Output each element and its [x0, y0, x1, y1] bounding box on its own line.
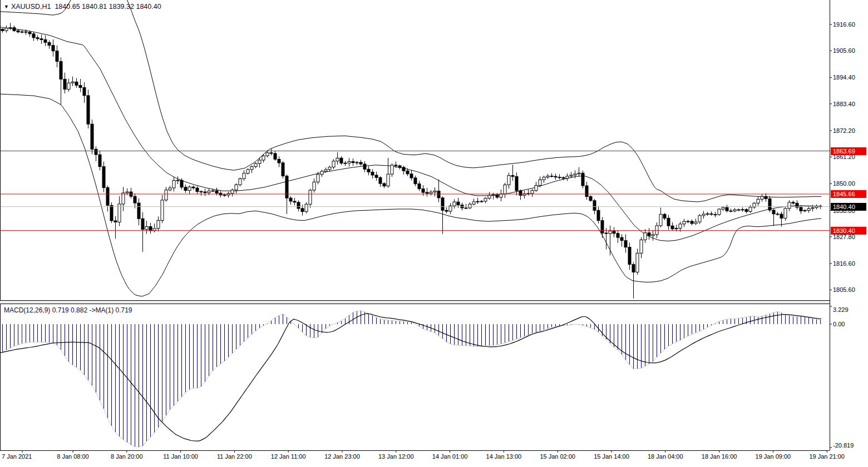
candle-body: [542, 177, 545, 180]
candle-body: [663, 214, 666, 218]
macd-main-line: [3, 311, 821, 447]
candle-body: [48, 42, 51, 45]
candle-body: [324, 170, 327, 171]
candle-body: [441, 198, 444, 210]
candle-body: [500, 194, 502, 197]
candle-body: [172, 181, 175, 188]
candle-body: [317, 175, 319, 182]
candle-body: [784, 208, 787, 218]
candle-body: [266, 153, 269, 156]
candle-body: [289, 198, 292, 201]
candle-body: [106, 187, 109, 205]
candle-body: [714, 215, 717, 215]
candle-body: [356, 162, 358, 163]
candle-body: [250, 167, 253, 170]
candle-body: [811, 208, 814, 209]
candle-body: [344, 163, 347, 163]
candle-body: [570, 175, 573, 176]
candle-body: [371, 172, 374, 176]
candle-body: [83, 88, 86, 96]
candle-body: [745, 210, 748, 212]
candle-body: [137, 203, 140, 218]
candle-body: [426, 192, 428, 193]
candle-body: [418, 184, 421, 189]
panel-divider[interactable]: [0, 301, 830, 304]
candle-body: [375, 175, 378, 177]
candle-body: [102, 167, 105, 188]
candle-body: [472, 202, 475, 204]
candle-body: [9, 28, 12, 28]
candle-body: [114, 221, 117, 222]
candle-body: [367, 169, 370, 172]
candle-body: [546, 176, 549, 177]
candle-body: [211, 191, 214, 191]
candle-body: [566, 176, 569, 178]
candle-body: [535, 186, 537, 191]
candle-body: [387, 174, 389, 186]
candle-body: [204, 192, 206, 193]
candle-body: [278, 160, 280, 163]
candle-body: [550, 176, 553, 177]
candle-body: [468, 204, 471, 208]
candle-body: [363, 164, 366, 169]
candle-body: [453, 202, 456, 206]
candle-body: [768, 198, 771, 210]
candle-body: [328, 167, 331, 170]
candle-body: [235, 185, 238, 190]
candle-body: [706, 213, 709, 214]
candle-body: [437, 191, 440, 198]
bollinger-upper-band: [0, 0, 821, 202]
candle-body: [765, 196, 767, 198]
candle-body: [126, 192, 129, 193]
candle-body: [60, 62, 62, 80]
candle-body: [511, 176, 514, 177]
candle-body: [628, 247, 631, 265]
candle-body: [239, 179, 241, 185]
candle-body: [215, 191, 218, 193]
candle-body: [52, 46, 55, 51]
candle-body: [414, 178, 417, 184]
candle-body: [98, 155, 101, 167]
candle-body: [698, 216, 701, 222]
candle-body: [539, 180, 541, 185]
candle-body: [95, 149, 97, 155]
candle-body: [282, 163, 284, 176]
candle-body: [270, 153, 273, 153]
candle-body: [457, 202, 460, 205]
candle-body: [149, 227, 152, 231]
candle-body: [24, 32, 27, 32]
candle-body: [593, 201, 596, 211]
candle-body: [761, 196, 763, 199]
candle-body: [562, 177, 565, 178]
candle-body: [180, 180, 183, 187]
candle-body: [585, 186, 588, 196]
candle-body: [134, 196, 136, 203]
candle-body: [188, 187, 191, 191]
candle-body: [515, 177, 518, 191]
candle-body: [667, 218, 670, 226]
candle-body: [578, 173, 580, 174]
candle-body: [484, 198, 487, 202]
candle-body: [75, 82, 78, 85]
candle-body: [581, 173, 584, 186]
candle-body: [776, 214, 779, 215]
candle-body: [613, 231, 615, 234]
candle-body: [200, 192, 203, 192]
candle-body: [246, 170, 249, 173]
candle-body: [788, 202, 791, 208]
candle-body: [398, 166, 401, 167]
candle-body: [274, 153, 277, 159]
candle-body: [445, 210, 448, 211]
candle-body: [617, 234, 619, 237]
candle-body: [71, 82, 74, 83]
candle-body: [36, 38, 39, 39]
candle-body: [574, 174, 576, 175]
candle-body: [1, 29, 4, 31]
candle-body: [675, 228, 678, 229]
chart-canvas[interactable]: [0, 0, 868, 467]
candle-body: [659, 214, 662, 226]
candle-body: [196, 188, 199, 191]
candle-body: [406, 171, 409, 174]
candle-body: [679, 224, 682, 228]
candle-body: [161, 200, 164, 221]
